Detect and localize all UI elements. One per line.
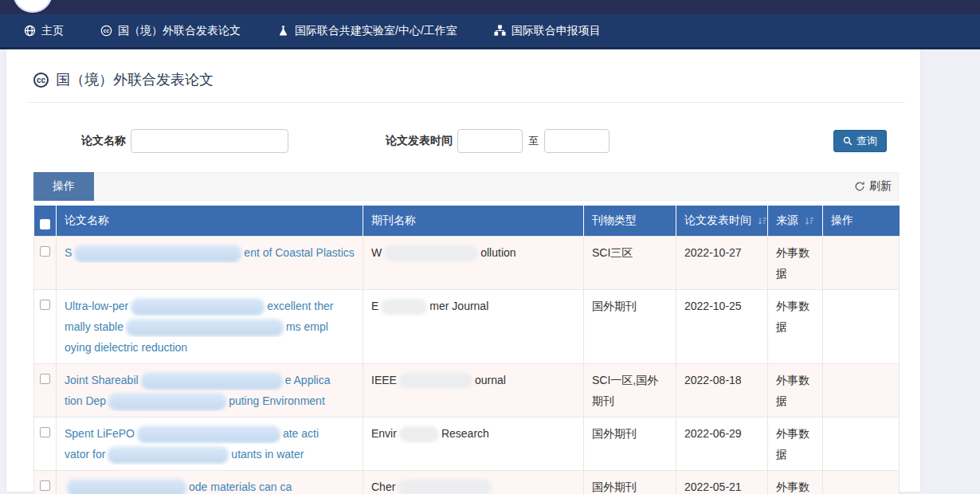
row-checkbox[interactable] bbox=[40, 480, 50, 491]
source-cell: 外事数据 bbox=[768, 470, 823, 494]
action-button[interactable]: 操作 bbox=[33, 172, 94, 201]
action-cell bbox=[823, 417, 900, 470]
nav-item-joint-labs[interactable]: 国际联合共建实验室/中心/工作室 bbox=[277, 24, 457, 38]
redacted-text bbox=[399, 426, 439, 442]
source-cell: 外事数据 bbox=[768, 289, 823, 363]
row-checkbox[interactable] bbox=[40, 246, 50, 257]
table-toolbar: 操作 刷新 bbox=[33, 172, 899, 201]
text-fragment: Envir bbox=[371, 427, 397, 440]
site-logo: ·········· bbox=[13, 0, 53, 13]
refresh-label: 刷新 bbox=[869, 179, 892, 194]
cc-icon: cc bbox=[100, 25, 112, 37]
table-row: Sent of Coastal PlasticsWollutionSCI三区20… bbox=[34, 236, 900, 289]
table-body: Sent of Coastal PlasticsWollutionSCI三区20… bbox=[34, 236, 900, 494]
source-cell: 外事数据 bbox=[768, 363, 823, 417]
paper-name-input[interactable] bbox=[131, 129, 288, 153]
flask-icon bbox=[277, 25, 289, 37]
table-row: Ultra-low-perexcellent thermally stablem… bbox=[34, 289, 900, 363]
text-fragment: oying dielectric reduction bbox=[65, 341, 187, 354]
journal-name-cell: Emer Journal bbox=[363, 289, 584, 363]
nav-item-joint-projects[interactable]: 国际联合申报项目 bbox=[494, 24, 601, 38]
publish-date-cell: 2022-10-27 bbox=[676, 236, 768, 289]
text-fragment: Research bbox=[441, 427, 489, 440]
text-fragment: Ultra-low-per bbox=[65, 300, 128, 312]
page-title: cc 国（境）外联合发表论文 bbox=[33, 70, 899, 89]
paper-name-cell: ode materials can catalye pollutants dec… bbox=[57, 470, 363, 494]
navbar: 主页 cc 国（境）外联合发表论文 国际联合共建实验室/中心/工作室 国际联合申… bbox=[0, 14, 980, 49]
page-background: cc 国（境）外联合发表论文 论文名称 论文发表时间 至 查询 操作 bbox=[0, 49, 980, 492]
col-header-journal-name[interactable]: 期刊名称 bbox=[363, 206, 584, 236]
redacted-text bbox=[108, 393, 226, 410]
row-checkbox[interactable] bbox=[40, 374, 50, 384]
table-row: ode materials can catalye pollutants dec… bbox=[34, 470, 900, 494]
journal-name-text: Emer Journal bbox=[371, 296, 575, 316]
row-checkbox[interactable] bbox=[40, 427, 50, 437]
publish-date-cell: 2022-10-25 bbox=[676, 289, 768, 363]
text-fragment: vator for bbox=[65, 448, 105, 461]
journal-name-text: EnvirResearch bbox=[371, 423, 575, 444]
text-fragment: Spent LiFePO bbox=[65, 427, 135, 440]
checkbox-cell bbox=[34, 236, 57, 289]
journal-name-cell: IEEEournal bbox=[363, 363, 584, 417]
action-cell bbox=[823, 236, 900, 289]
publication-type-cell: SCI一区,国外期刊 bbox=[584, 363, 676, 417]
paper-name-link[interactable]: Spent LiFePOate activator forutants in w… bbox=[65, 423, 355, 465]
checkbox-cell bbox=[34, 289, 57, 363]
text-fragment: E bbox=[371, 300, 378, 312]
redacted-text bbox=[398, 480, 492, 494]
query-button[interactable]: 查询 bbox=[833, 130, 887, 152]
globe-icon bbox=[24, 25, 36, 37]
publish-date-label: 论文发表时间 bbox=[386, 134, 453, 148]
text-fragment: utants in water bbox=[231, 448, 304, 461]
row-checkbox[interactable] bbox=[40, 300, 50, 310]
text-fragment: e Applica bbox=[285, 374, 331, 386]
action-cell bbox=[823, 289, 900, 363]
text-fragment: tion Dep bbox=[65, 394, 106, 407]
search-form: 论文名称 论文发表时间 至 查询 bbox=[33, 129, 899, 153]
paper-name-cell: Spent LiFePOate activator forutants in w… bbox=[57, 417, 363, 470]
redacted-text bbox=[67, 479, 186, 494]
redacted-text bbox=[131, 298, 265, 316]
sort-icon[interactable] bbox=[758, 216, 767, 225]
nav-item-label: 主页 bbox=[41, 24, 64, 38]
paper-name-link[interactable]: ode materials can catalye pollutants dec… bbox=[65, 476, 355, 494]
sort-icon[interactable] bbox=[805, 216, 814, 225]
col-header-publication-type[interactable]: 刊物类型 bbox=[584, 206, 676, 236]
redacted-text bbox=[399, 373, 472, 389]
nav-item-home[interactable]: 主页 bbox=[24, 24, 64, 38]
select-all-cell bbox=[34, 206, 57, 236]
checkbox-cell bbox=[34, 417, 57, 470]
redacted-text bbox=[126, 319, 284, 336]
nav-item-label: 国际联合共建实验室/中心/工作室 bbox=[295, 24, 457, 38]
action-cell bbox=[823, 363, 900, 417]
redacted-text bbox=[74, 245, 241, 262]
publication-type-cell: SCI三区 bbox=[584, 236, 676, 289]
journal-name-text: Wollution bbox=[371, 242, 575, 263]
checkbox-cell bbox=[34, 363, 57, 417]
date-from-input[interactable] bbox=[457, 129, 523, 153]
date-to-input[interactable] bbox=[544, 129, 610, 153]
journal-name-cell: Wollution bbox=[363, 236, 584, 289]
text-fragment: ournal bbox=[475, 374, 506, 386]
nav-item-joint-papers[interactable]: cc 国（境）外联合发表论文 bbox=[100, 24, 241, 38]
col-header-publish-date[interactable]: 论文发表时间 bbox=[676, 206, 768, 236]
paper-name-link[interactable]: Joint Shareabile Application Depputing E… bbox=[65, 370, 355, 411]
select-all-checkbox[interactable] bbox=[40, 219, 50, 229]
text-fragment: Cher bbox=[371, 480, 395, 493]
journal-name-text: IEEEournal bbox=[371, 370, 575, 390]
refresh-button[interactable]: 刷新 bbox=[854, 179, 892, 194]
paper-name-cell: Ultra-low-perexcellent thermally stablem… bbox=[57, 289, 363, 363]
col-header-paper-name[interactable]: 论文名称 bbox=[57, 206, 363, 236]
paper-name-link[interactable]: Sent of Coastal Plastics bbox=[65, 242, 355, 263]
publication-type-cell: 国外期刊 bbox=[584, 289, 676, 363]
col-header-action: 操作 bbox=[823, 206, 900, 236]
text-fragment: mally stable bbox=[65, 320, 123, 333]
text-fragment: W bbox=[371, 246, 382, 259]
table-row: Spent LiFePOate activator forutants in w… bbox=[34, 417, 900, 470]
table-header-row: 论文名称 期刊名称 刊物类型 论文发表时间 来源 操作 bbox=[34, 206, 900, 236]
redacted-text bbox=[141, 372, 283, 390]
col-header-source[interactable]: 来源 bbox=[768, 206, 823, 236]
text-fragment: S bbox=[65, 246, 72, 259]
paper-name-link[interactable]: Ultra-low-perexcellent thermally stablem… bbox=[65, 296, 355, 358]
publish-date-cell: 2022-08-18 bbox=[676, 363, 768, 417]
